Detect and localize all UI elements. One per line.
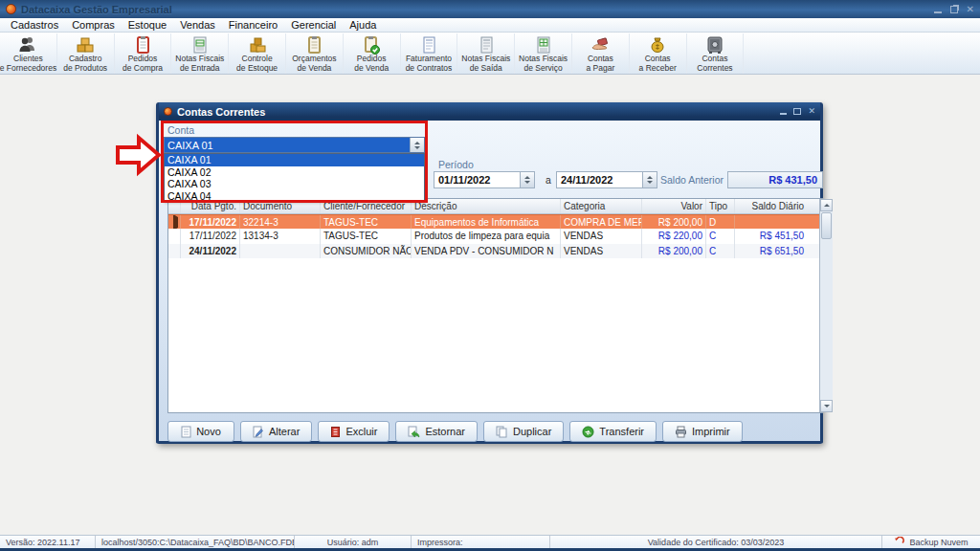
menu-ajuda[interactable]: Ajuda (343, 18, 383, 33)
dialog-maximize-icon[interactable] (793, 108, 801, 115)
contract-billing-icon (418, 35, 439, 55)
menu-estoque[interactable]: Estoque (122, 18, 173, 33)
toolbar-button-contas-receber[interactable]: Contas a Receber (630, 33, 687, 74)
scroll-down-icon[interactable] (820, 400, 833, 412)
button-label: Alterar (269, 426, 300, 437)
contas-correntes-window: Contas Correntes ✕ Conta CAIXA 01 CAIXA … (156, 102, 823, 444)
toolbar: Clientes e Fornecedores Cadastro de Prod… (0, 33, 980, 75)
conta-combobox[interactable]: CAIXA 01 (164, 137, 425, 153)
cell-saldo: R$ 451,50 (735, 229, 807, 244)
grid-vertical-scrollbar[interactable] (819, 199, 833, 412)
cell-cliente: TAGUS-TEC (321, 215, 412, 230)
button-label: Novo (196, 426, 221, 437)
menu-cadastros[interactable]: Cadastros (4, 18, 65, 33)
toolbar-button-notas-saida[interactable]: Notas Fiscais de Saída (457, 33, 515, 74)
minimize-icon[interactable] (934, 6, 942, 13)
col-valor[interactable]: Valor (642, 199, 706, 213)
conta-option-caixa04[interactable]: CAIXA 04 (165, 190, 424, 203)
table-row[interactable]: 17/11/2022 13134-3 TAGUS-TEC Produtos de… (168, 229, 822, 244)
table-row[interactable]: 24/11/2022 CONSUMIDOR NÃO IDENTIFIC VEND… (168, 244, 822, 259)
cell-valor: R$ 200,00 (642, 244, 706, 259)
outgoing-invoices-icon (476, 35, 497, 55)
cell-categoria: VENDAS (561, 244, 642, 259)
scroll-up-icon[interactable] (820, 199, 833, 211)
conta-selected-value: CAIXA 01 (165, 140, 410, 151)
dialog-logo-icon (164, 107, 172, 116)
estornar-button[interactable]: Estornar (395, 421, 478, 442)
cell-cliente: TAGUS-TEC (321, 229, 412, 244)
accounts-receivable-icon (647, 35, 668, 55)
toolbar-button-clientes-fornecedores[interactable]: Clientes e Fornecedores (0, 33, 57, 74)
toolbar-button-contas-pagar[interactable]: Contas a Pagar (572, 33, 630, 74)
conta-option-caixa01[interactable]: CAIXA 01 (165, 154, 424, 166)
cell-saldo (735, 215, 807, 230)
toolbar-button-faturamento-contratos[interactable]: Faturamento de Contratos (401, 33, 458, 74)
col-tipo[interactable]: Tipo (706, 199, 735, 213)
dialog-minimize-icon[interactable] (780, 108, 787, 115)
conta-option-caixa03[interactable]: CAIXA 03 (165, 178, 424, 190)
table-row[interactable]: 17/11/2022 32214-3 TAGUS-TEC Equipamento… (168, 214, 822, 230)
incoming-invoices-icon (189, 35, 211, 55)
dialog-close-icon[interactable]: ✕ (808, 107, 815, 116)
app-logo-icon (6, 4, 16, 14)
cell-documento (240, 244, 321, 259)
close-icon[interactable]: ✕ (967, 5, 974, 14)
cell-tipo: D (706, 215, 735, 230)
button-label: Duplicar (513, 426, 551, 437)
saldo-anterior-value: R$ 431,50 (727, 171, 823, 188)
restore-icon[interactable] (950, 6, 958, 13)
cell-descricao: VENDA PDV - CONSUMIDOR N (412, 244, 561, 259)
toolbar-button-orcamentos-venda[interactable]: Orçamentos de Venda (286, 33, 344, 74)
transactions-grid: Data Pgto. Documento Cliente/Fornecedor … (167, 198, 823, 413)
toolbar-button-contas-correntes[interactable]: Contas Correntes (687, 33, 745, 74)
dialog-titlebar[interactable]: Contas Correntes ✕ (159, 102, 820, 121)
status-backup[interactable]: Backup Nuvem (882, 536, 980, 548)
duplicar-button[interactable]: Duplicar (483, 421, 564, 442)
toolbar-button-cadastro-produtos[interactable]: Cadastro de Produtos (57, 33, 115, 74)
delete-icon (330, 426, 341, 438)
sales-quotes-icon (303, 35, 324, 55)
checking-accounts-icon (704, 35, 725, 55)
alterar-button[interactable]: Alterar (240, 421, 312, 442)
cell-saldo: R$ 651,50 (735, 244, 807, 259)
toolbar-button-pedidos-compra[interactable]: Pedidos de Compra (115, 33, 172, 74)
transferir-button[interactable]: Transferir (569, 421, 657, 442)
cell-tipo: C (706, 229, 735, 244)
toolbar-button-pedidos-venda[interactable]: Pedidos de Venda (344, 33, 401, 74)
button-label: Estornar (425, 426, 465, 437)
col-descricao[interactable]: Descrição (412, 199, 561, 213)
sales-orders-icon (361, 35, 382, 55)
accounts-payable-icon (590, 35, 611, 55)
imprimir-button[interactable]: Imprimir (662, 421, 743, 442)
cell-categoria: VENDAS (561, 229, 642, 244)
print-icon (675, 426, 687, 438)
col-categoria[interactable]: Categoria (561, 199, 642, 213)
menu-gerencial[interactable]: Gerencial (284, 18, 343, 33)
scroll-thumb[interactable] (821, 212, 832, 239)
status-backup-label: Backup Nuvem (909, 538, 968, 547)
novo-button[interactable]: Novo (167, 421, 234, 442)
toolbar-button-notas-servico[interactable]: Notas Fiscais de Serviço (515, 33, 572, 74)
date-spinner-icon[interactable] (520, 172, 534, 187)
saldo-anterior-label: Saldo Anterior (628, 174, 724, 186)
toolbar-label: de Venda (297, 64, 331, 74)
conta-option-caixa02[interactable]: CAIXA 02 (165, 166, 424, 179)
cell-descricao: Equipamentos de Informática (412, 215, 561, 230)
periodo-from-field[interactable]: 01/11/2022 (434, 171, 535, 188)
toolbar-button-notas-entrada[interactable]: Notas Fiscais de Entrada (171, 33, 229, 74)
menu-financeiro[interactable]: Financeiro (222, 18, 284, 33)
periodo-label: Período (438, 159, 474, 170)
combo-spinner-icon[interactable] (410, 138, 424, 152)
button-label: Excluir (345, 426, 377, 437)
statusbar: Versão: 2022.11.17 localhost/3050:C:\Dat… (0, 535, 980, 548)
excluir-button[interactable]: Excluir (318, 421, 390, 442)
menu-compras[interactable]: Compras (65, 18, 122, 33)
row-marker (168, 229, 181, 244)
toolbar-button-controle-estoque[interactable]: Controle de Estoque (229, 33, 286, 74)
status-database-path: localhost/3050:C:\Datacaixa_FAQ\BD\BANCO… (96, 536, 295, 548)
menu-vendas[interactable]: Vendas (173, 18, 222, 33)
cell-documento: 13134-3 (240, 229, 321, 244)
col-saldo-diario[interactable]: Saldo Diário (735, 199, 807, 213)
stock-control-icon (247, 35, 268, 55)
cell-documento: 32214-3 (240, 215, 321, 230)
